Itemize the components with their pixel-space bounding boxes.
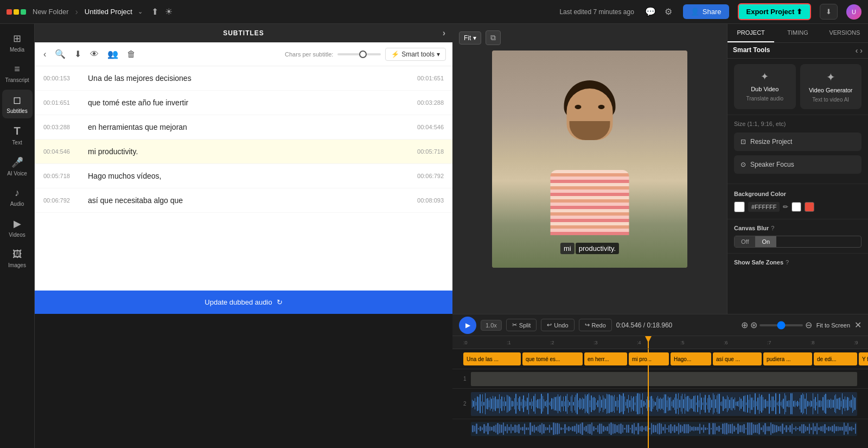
subtitle-row[interactable]: 00:01:651 que tomé este año fue invertir… [35, 91, 452, 115]
users-button[interactable]: 👥 [105, 47, 120, 61]
edit-color-icon[interactable]: ✏ [783, 203, 788, 211]
clip-0[interactable]: Una de las ... [463, 352, 521, 365]
audio-track-2: 2 [452, 388, 868, 419]
clips-container[interactable]: Una de las ... que tomé es... en herr...… [463, 351, 857, 367]
subtitle-text[interactable]: Hago muchos vídeos, [88, 172, 399, 180]
subtitle-text[interactable]: Una de las mejores decisiones [88, 74, 399, 83]
sidebar-item-media[interactable]: ⊞ Media [2, 28, 33, 57]
redo-button[interactable]: ↪ Redo [579, 319, 612, 331]
eye-button[interactable]: 👁 [88, 47, 101, 61]
color-swatch-white[interactable] [792, 202, 801, 212]
sidebar-label-ai-voice: AI Voice [7, 171, 27, 176]
subtitles-panel: SUBTITLES › ‹ 🔍 ⬇ 👁 👥 🗑 Chars per subtit… [35, 24, 452, 314]
zoom-in-icon[interactable]: ⊕ [741, 320, 748, 330]
clip-7[interactable]: de edi... [814, 352, 857, 365]
dub-video-card[interactable]: ✦ Dub Video Translate audio [734, 64, 796, 109]
close-icon[interactable]: › [443, 28, 446, 38]
track-area: Una de las ... que tomé es... en herr...… [452, 349, 868, 448]
resize-project-button[interactable]: ⊡ Resize Project [734, 132, 861, 151]
sidebar-item-text[interactable]: T Text [2, 121, 33, 150]
ruler-tick-8: :8 [810, 340, 815, 345]
settings-icon[interactable]: ⚙ [665, 7, 672, 17]
tab-versions[interactable]: VERSIONS [821, 24, 868, 42]
update-dubbed-audio-button[interactable]: Update dubbed audio ↻ [35, 291, 452, 314]
subtitle-text[interactable]: que tomé este año fue invertir [88, 98, 399, 107]
zoom-slider[interactable] [760, 324, 803, 326]
clip-1[interactable]: que tomé es... [522, 352, 583, 365]
subtitle-time-end: 00:04:546 [406, 124, 444, 130]
speed-button[interactable]: 1.0x [481, 320, 502, 331]
subtitle-text[interactable]: mi productivity. [88, 147, 399, 156]
zoom-out-icon[interactable]: ⊖ [805, 320, 812, 330]
clip-8[interactable]: Y fue ento... [859, 352, 868, 365]
video-container: mi productivity. [492, 51, 687, 268]
clip-4[interactable]: Hago... [671, 352, 711, 365]
folder-name[interactable]: New Folder [33, 8, 68, 16]
sidebar-label-media: Media [10, 47, 24, 53]
video-generator-card[interactable]: ✦ Video Generator Text to video AI [800, 64, 862, 109]
smart-tools-button[interactable]: ⚡ Smart tools ▾ [385, 48, 446, 61]
sidebar-item-videos[interactable]: ▶ Videos [2, 213, 33, 242]
subtitle-text[interactable]: en herramientas que mejoran [88, 123, 399, 131]
zoom-type-icon[interactable]: ⊛ [750, 320, 757, 330]
speaker-focus-button[interactable]: ⊙ Speaker Focus [734, 155, 861, 174]
nav-prev-button[interactable]: ‹ [856, 46, 858, 55]
subtitle-time-end: 00:06:792 [406, 173, 444, 179]
chat-icon[interactable]: 💬 [645, 7, 656, 17]
blur-on-button[interactable]: On [755, 236, 776, 247]
blur-off-button[interactable]: Off [735, 236, 755, 247]
share-button[interactable]: 👤 Share [683, 4, 729, 19]
close-timeline-button[interactable]: ✕ [854, 320, 861, 330]
ai-voice-icon: 🎤 [11, 156, 23, 168]
download-button[interactable]: ⬇ [820, 4, 838, 20]
color-swatch-primary[interactable] [734, 201, 745, 212]
timeline-time: 0:04.546 / 0:18.960 [616, 321, 672, 329]
subtitle-time-start: 00:06:792 [43, 197, 81, 204]
settings-bulb-icon[interactable]: ☀ [165, 7, 173, 17]
sidebar-item-images[interactable]: 🖼 Images [2, 244, 33, 273]
sidebar-item-ai-voice[interactable]: 🎤 AI Voice [2, 152, 33, 181]
subtitle-row[interactable]: 00:00:153 Una de las mejores decisiones … [35, 66, 452, 91]
clip-5[interactable]: así que ... [713, 352, 762, 365]
upload-icon[interactable]: ⬆ [151, 7, 158, 17]
sidebar-item-transcript[interactable]: ≡ Transcript [2, 59, 33, 87]
subtitle-text[interactable]: así que necesitaba algo que [88, 196, 399, 205]
split-button[interactable]: ✂ Split [506, 319, 537, 331]
avatar[interactable]: U [846, 4, 861, 20]
project-name[interactable]: Untitled Project [85, 8, 132, 16]
subtitle-row[interactable]: 00:05:718 Hago muchos vídeos, 00:06:792 [35, 164, 452, 188]
sidebar-item-audio[interactable]: ♪ Audio [2, 183, 33, 211]
search-button[interactable]: 🔍 [53, 47, 68, 61]
fit-to-screen-button[interactable]: Fit to Screen [816, 322, 850, 329]
subtitle-row-highlighted[interactable]: 00:04:546 mi productivity. 00:05:718 [35, 140, 452, 164]
back-button[interactable]: ‹ [41, 47, 48, 61]
sidebar-item-subtitles[interactable]: ◻ Subtitles [2, 90, 33, 118]
subtitle-rest: productivity. [576, 243, 619, 254]
subtitle-time-end: 00:01:651 [406, 75, 444, 81]
chevron-down-icon: ▾ [473, 34, 476, 42]
clip-2[interactable]: en herr... [584, 352, 627, 365]
project-chevron-icon[interactable]: ⌄ [138, 8, 143, 15]
export-button[interactable]: Export Project ⬆ [738, 3, 811, 20]
download-subtitles-button[interactable]: ⬇ [72, 47, 84, 61]
tab-project[interactable]: PROJECT [727, 24, 774, 42]
tab-timing[interactable]: TIMING [774, 24, 821, 42]
split-icon: ✂ [512, 321, 517, 329]
size-section: Size (1:1, 9:16, etc) ⊡ Resize Project ⊙… [727, 115, 868, 184]
subtitle-row[interactable]: 00:06:792 así que necesitaba algo que 00… [35, 188, 452, 213]
chars-slider[interactable] [337, 53, 381, 55]
play-button[interactable]: ▶ [459, 317, 476, 334]
properties-panel: PROJECT TIMING VERSIONS Smart Tools ‹ [727, 24, 868, 314]
subtitle-time-end: 00:05:718 [406, 148, 444, 155]
aspect-ratio-button[interactable]: ⧉ [486, 30, 501, 45]
undo-button[interactable]: ↩ Undo [541, 319, 574, 331]
subtitle-row[interactable]: 00:03:288 en herramientas que mejoran 00… [35, 115, 452, 140]
sidebar-label-transcript: Transcript [5, 77, 29, 83]
slider-thumb[interactable] [359, 51, 367, 58]
clip-6[interactable]: pudiera ... [763, 352, 812, 365]
fit-dropdown[interactable]: Fit ▾ [459, 31, 481, 45]
clip-3[interactable]: mi pro... [629, 352, 669, 365]
nav-next-button[interactable]: › [860, 46, 863, 55]
delete-button[interactable]: 🗑 [125, 47, 138, 61]
color-swatch-red[interactable] [805, 202, 814, 212]
